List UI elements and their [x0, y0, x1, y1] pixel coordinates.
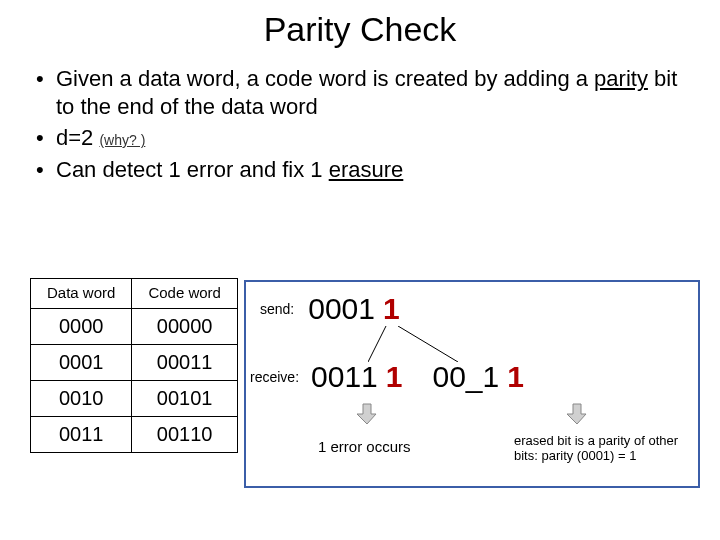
diagram-box: send: 0001 1 receive: 0011 1 00_1 1 [244, 280, 700, 488]
th2-text: Code word [148, 284, 221, 301]
bullet-2-why: (why? ) [99, 132, 145, 148]
bullet-3: Can detect 1 error and fix 1 erasure [56, 156, 684, 184]
send-label: send: [260, 301, 294, 317]
cell-data-1: 0001 [31, 344, 132, 380]
table-row: 0000 00000 [31, 308, 238, 344]
cell-data-3: 0011 [31, 416, 132, 452]
svg-line-0 [368, 326, 386, 362]
recv1-data: 0011 [311, 360, 378, 394]
table-header-code: Code word [132, 279, 238, 309]
note-error: 1 error occurs [318, 438, 411, 455]
send-data: 0001 [308, 292, 375, 326]
down-arrow-icon [566, 402, 588, 426]
bullet-1: Given a data word, a code word is create… [56, 65, 684, 120]
code-table: Data word Code word 0000 00000 0001 0001… [30, 278, 238, 453]
receive-code-1: 0011 1 [311, 360, 402, 394]
split-lines-icon [368, 326, 458, 362]
table-row: 0010 00101 [31, 380, 238, 416]
page-title: Parity Check [0, 0, 720, 49]
down-arrow-icon [356, 402, 378, 426]
bullet-2-pre: d=2 [56, 125, 99, 150]
recv2-data: 00_1 [432, 360, 499, 394]
table-header-data: Data word [31, 279, 132, 309]
recv1-parity: 1 [386, 360, 403, 394]
receive-label: receive: [250, 369, 299, 385]
svg-line-1 [398, 326, 458, 362]
note-erasure: erased bit is a parity of other bits: pa… [514, 434, 692, 464]
receive-code-2: 00_1 1 [432, 360, 523, 394]
th1-text: Data word [47, 284, 115, 301]
receive-row: receive: 0011 1 00_1 1 [250, 360, 524, 394]
bullet-list: Given a data word, a code word is create… [0, 49, 720, 183]
send-code: 0001 1 [308, 292, 399, 326]
cell-code-1: 00011 [132, 344, 238, 380]
bullet-3-pre: Can detect 1 error and fix 1 [56, 157, 329, 182]
send-parity: 1 [383, 292, 400, 326]
cell-code-0: 00000 [132, 308, 238, 344]
bullet-1-underline: parity [594, 66, 648, 91]
cell-data-2: 0010 [31, 380, 132, 416]
bullet-2: d=2 (why? ) [56, 124, 684, 152]
table-row: 0011 00110 [31, 416, 238, 452]
cell-code-3: 00110 [132, 416, 238, 452]
recv2-parity: 1 [507, 360, 524, 394]
cell-data-0: 0000 [31, 308, 132, 344]
bullet-1-pre: Given a data word, a code word is create… [56, 66, 594, 91]
send-row: send: 0001 1 [260, 292, 400, 326]
bullet-3-underline: erasure [329, 157, 404, 182]
cell-code-2: 00101 [132, 380, 238, 416]
table-row: 0001 00011 [31, 344, 238, 380]
